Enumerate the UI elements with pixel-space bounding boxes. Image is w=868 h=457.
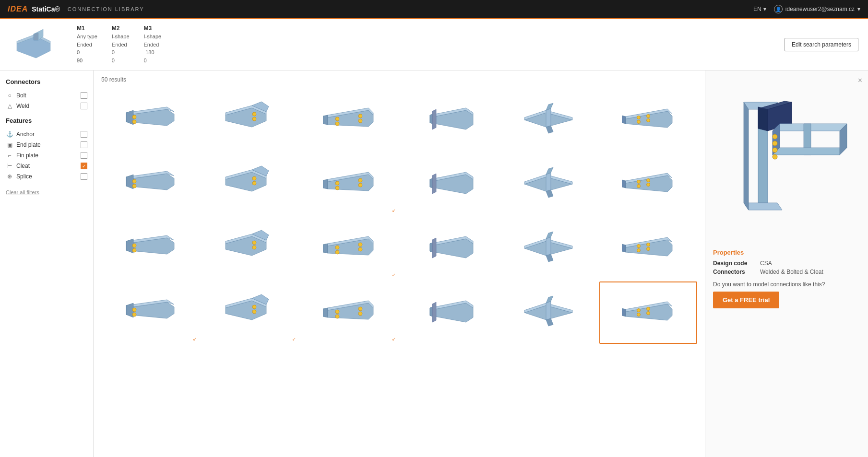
- grid-item[interactable]: [300, 89, 398, 151]
- filter-bolt[interactable]: ○ Bolt: [6, 90, 87, 101]
- beam-preview: [602, 284, 694, 341]
- grid-item[interactable]: ↙: [300, 281, 398, 344]
- grid-item[interactable]: [599, 89, 697, 151]
- svg-marker-98: [622, 244, 626, 252]
- svg-point-100: [637, 249, 641, 252]
- grid-item[interactable]: [400, 153, 498, 215]
- grid-item[interactable]: [500, 89, 598, 151]
- beam-preview: [104, 91, 197, 149]
- anchor-checkbox[interactable]: [81, 131, 87, 138]
- search-bar: M1 Any typeEnded090 M2 I-shapeEnded00 M3…: [0, 19, 868, 70]
- free-trial-button[interactable]: Get a FREE trial: [713, 292, 779, 308]
- detail-close-button[interactable]: ×: [858, 76, 862, 85]
- svg-point-111: [252, 305, 256, 309]
- end-plate-label: End plate: [16, 141, 41, 148]
- main-layout: Connectors ○ Bolt △ Weld Features ⚓ Anch…: [0, 70, 868, 457]
- grid-item[interactable]: [101, 89, 199, 151]
- svg-marker-65: [622, 180, 626, 188]
- beam-preview: [502, 155, 595, 213]
- design-code-val: CSA: [760, 260, 772, 267]
- svg-point-67: [637, 185, 641, 188]
- end-plate-checkbox[interactable]: [81, 141, 87, 148]
- beam-preview: [303, 284, 396, 341]
- lang-selector[interactable]: EN ▾: [753, 6, 766, 12]
- grid-item[interactable]: ↙: [101, 281, 199, 344]
- cleat-checkbox[interactable]: [81, 163, 87, 169]
- svg-point-34: [637, 120, 641, 124]
- bolt-checkbox[interactable]: [81, 92, 87, 99]
- grid-item[interactable]: ↙: [300, 153, 398, 215]
- filter-end-plate[interactable]: ▣ End plate: [6, 140, 87, 150]
- svg-point-66: [637, 180, 641, 184]
- grid-item[interactable]: [400, 217, 498, 280]
- features-title: Features: [6, 117, 87, 124]
- lang-label: EN: [753, 6, 761, 12]
- beam-preview: [203, 220, 297, 277]
- splice-checkbox[interactable]: [81, 173, 87, 180]
- grid-item[interactable]: [599, 217, 697, 280]
- connectors-key: Connectors: [713, 269, 756, 275]
- grid-item[interactable]: [400, 89, 498, 151]
- user-chevron-icon: ▾: [857, 6, 860, 12]
- filter-cleat[interactable]: ⊢ Cleat: [6, 161, 87, 171]
- grid-item[interactable]: [400, 281, 498, 344]
- svg-point-18: [335, 122, 339, 126]
- grid-item[interactable]: [500, 281, 598, 344]
- grid-item[interactable]: [101, 217, 199, 280]
- filter-fin-plate[interactable]: ⌐ Fin plate: [6, 150, 87, 161]
- grid-item[interactable]: ↙: [201, 281, 299, 344]
- svg-point-132: [637, 309, 641, 312]
- svg-marker-32: [622, 116, 626, 124]
- svg-point-150: [773, 148, 777, 152]
- connectors-val: Welded & Bolted & Cleat: [760, 269, 823, 275]
- grid-item[interactable]: [599, 281, 697, 344]
- svg-point-52: [358, 178, 362, 182]
- svg-point-40: [132, 179, 136, 183]
- grid-item[interactable]: ↙: [300, 217, 398, 280]
- param-M2-label: M2: [112, 25, 130, 32]
- svg-point-99: [637, 245, 641, 248]
- weld-checkbox[interactable]: [81, 103, 87, 109]
- header-right: EN ▾ 👤 ideanewuser2@seznam.cz ▾: [753, 5, 860, 13]
- svg-point-19: [358, 114, 362, 118]
- filter-anchor[interactable]: ⚓ Anchor: [6, 129, 87, 140]
- svg-marker-131: [622, 308, 626, 316]
- grid-item[interactable]: [599, 153, 697, 215]
- svg-point-134: [647, 307, 650, 311]
- svg-marker-16: [323, 115, 328, 125]
- svg-point-79: [252, 246, 256, 249]
- clear-filters-link[interactable]: Clear all filters: [6, 189, 87, 195]
- corner-icon: ↙: [392, 337, 396, 341]
- user-menu[interactable]: 👤 ideanewuser2@seznam.cz ▾: [774, 5, 860, 13]
- filter-splice[interactable]: ⊕ Splice: [6, 171, 87, 182]
- svg-point-83: [335, 246, 339, 249]
- grid-item[interactable]: [500, 217, 598, 280]
- grid-item[interactable]: [201, 89, 299, 151]
- fin-plate-checkbox[interactable]: [81, 152, 87, 159]
- edit-params-button[interactable]: Edit search parameters: [785, 38, 858, 51]
- grid-item[interactable]: [201, 217, 299, 280]
- param-M3-label: M3: [144, 25, 162, 32]
- svg-marker-126: [546, 301, 551, 320]
- svg-point-135: [647, 312, 650, 315]
- svg-point-13: [252, 117, 256, 121]
- grid-item[interactable]: [101, 153, 199, 215]
- svg-marker-57: [432, 174, 436, 194]
- param-M2-value: I-shapeEnded00: [112, 33, 130, 64]
- svg-marker-139: [744, 102, 749, 210]
- user-icon: 👤: [774, 5, 783, 13]
- svg-point-118: [358, 307, 362, 311]
- svg-point-8: [132, 120, 136, 124]
- grid-item[interactable]: [201, 153, 299, 215]
- grid-item[interactable]: [500, 153, 598, 215]
- detail-beam-svg: [720, 88, 854, 232]
- logo-area: IDEA StatiCa® CONNECTION LIBRARY: [8, 5, 144, 13]
- svg-point-102: [647, 247, 650, 251]
- filter-weld[interactable]: △ Weld: [6, 101, 87, 111]
- beam-preview: [104, 155, 197, 213]
- beam-preview: [303, 220, 396, 277]
- beam-preview: [403, 155, 496, 213]
- beam-preview: [303, 155, 396, 213]
- beam-preview: [104, 220, 197, 277]
- beam-preview: [403, 220, 496, 277]
